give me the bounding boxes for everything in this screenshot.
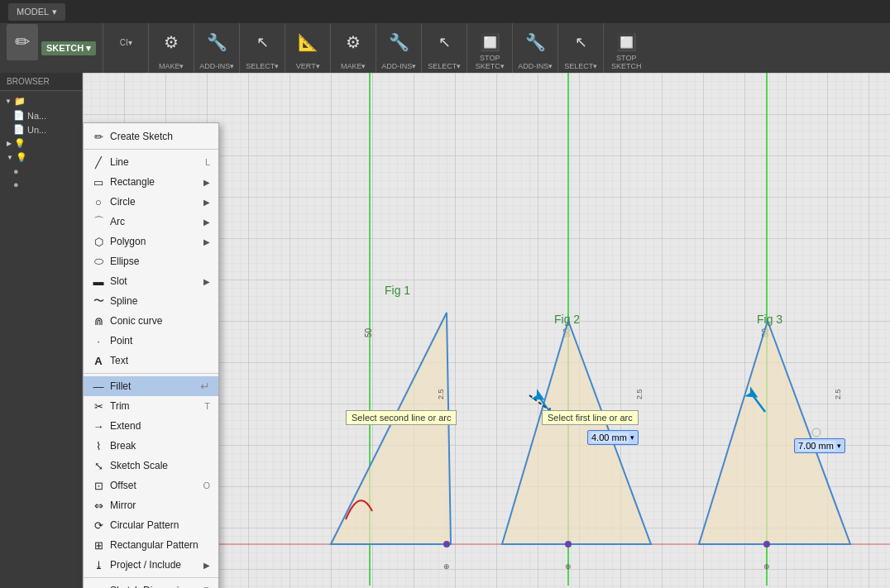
tree-item-sub2[interactable]: ▼ 💡: [0, 151, 82, 165]
dim-input-1[interactable]: ▾: [587, 430, 639, 445]
tree-light-icon-2: 💡: [16, 152, 27, 163]
menu-item-circular-pattern[interactable]: ⟳ Circular Pattern: [84, 515, 218, 535]
menu-item-project-include[interactable]: ⤓ Project / Include ▶: [84, 555, 218, 575]
svg-point-16: [565, 541, 572, 547]
ci-section: CI▾: [103, 23, 149, 73]
arc-arrow: ▶: [203, 218, 210, 227]
dim-input-1-field[interactable]: [591, 433, 629, 442]
tree-item-un[interactable]: 📄 Un...: [0, 122, 82, 136]
addins-btn-2[interactable]: 🔧: [383, 24, 414, 60]
menu-item-trim[interactable]: ✂ Trim T: [84, 396, 218, 416]
vert-btn[interactable]: 📐: [292, 24, 323, 60]
point-icon: ·: [92, 334, 105, 347]
spline-icon: 〜: [92, 294, 105, 308]
dim-input-2-dropdown[interactable]: ▾: [837, 442, 841, 450]
menu-item-circle[interactable]: ○ Circle ▶: [84, 192, 218, 212]
circle-arrow: ▶: [203, 198, 210, 207]
select-btn-2[interactable]: ↖: [428, 24, 460, 60]
menu-item-create-sketch[interactable]: ✏ Create Sketch: [84, 127, 218, 146]
tree-item-sub1[interactable]: ▶ 💡: [0, 136, 82, 151]
menu-item-point[interactable]: · Point: [84, 331, 218, 351]
tree-expand-icon: ▼: [5, 98, 12, 105]
tree-item-label-2: Un...: [27, 125, 46, 135]
menu-label-slot: Slot: [110, 275, 127, 287]
model-button[interactable]: MODEL ▾: [8, 3, 65, 21]
offset-shortcut: O: [203, 480, 210, 490]
menu-item-sketch-dimension[interactable]: ↔ Sketch Dimension D: [84, 581, 218, 588]
sketch-scale-icon: ⤡: [92, 459, 105, 472]
select-section-1: ↖ SELECT▾: [240, 23, 285, 73]
separator-3: [84, 577, 218, 578]
menu-item-rectangular-pattern[interactable]: ⊞ Rectangular Pattern: [84, 535, 218, 555]
ci-btn[interactable]: CI▾: [110, 24, 141, 60]
separator-2: [84, 373, 218, 374]
menu-item-sketch-scale[interactable]: ⤡ Sketch Scale: [84, 456, 218, 476]
dim-input-2-field[interactable]: [798, 441, 835, 451]
make-btn-2[interactable]: ⚙: [337, 24, 369, 60]
fig2-label: Fig 2: [554, 313, 580, 326]
menu-item-mirror[interactable]: ⇔ Mirror: [84, 495, 218, 515]
menu-label-polygon: Polygon: [110, 236, 146, 247]
select-icon-2: ↖: [438, 35, 451, 50]
menu-label-rectangular-pattern: Rectangular Pattern: [110, 539, 199, 551]
menu-item-ellipse[interactable]: ⬭ Ellipse: [84, 251, 218, 271]
menu-item-break[interactable]: ⌇ Break: [84, 436, 218, 456]
slot-icon: ▬: [92, 275, 105, 288]
sketch-tool-btn[interactable]: ✏: [7, 24, 38, 60]
menu-label-line: Line: [110, 156, 129, 168]
menu-item-text[interactable]: A Text: [84, 351, 218, 370]
menu-item-arc[interactable]: ⌒ Arc ▶: [84, 212, 218, 232]
make-btn-1[interactable]: ⚙: [156, 24, 187, 60]
model-bar: MODEL ▾: [0, 0, 890, 23]
menu-label-mirror: Mirror: [110, 500, 136, 511]
line-shortcut: L: [205, 157, 210, 167]
menu-item-slot[interactable]: ▬ Slot ▶: [84, 271, 218, 291]
dim-input-2[interactable]: ▾: [794, 438, 845, 453]
menu-item-line[interactable]: ╱ Line L: [84, 152, 218, 172]
menu-item-polygon[interactable]: ⬡ Polygon ▶: [84, 232, 218, 251]
vert-section: 📐 VERT▾: [285, 23, 331, 73]
menu-item-spline[interactable]: 〜 Spline: [84, 291, 218, 311]
addins-btn-3[interactable]: 🔧: [519, 24, 551, 60]
menu-label-create-sketch: Create Sketch: [110, 131, 173, 142]
separator-1: [84, 149, 218, 150]
text-menu-icon: A: [92, 354, 105, 367]
menu-label-ellipse: Ellipse: [110, 256, 139, 267]
dim-input-1-dropdown[interactable]: ▾: [630, 433, 634, 442]
menu-item-extend[interactable]: → Extend: [84, 416, 218, 436]
break-icon: ⌇: [92, 439, 105, 452]
menu-label-arc: Arc: [110, 216, 125, 227]
tree-item-na[interactable]: 📄 Na...: [0, 108, 82, 122]
addins-btn-1[interactable]: 🔧: [201, 24, 232, 60]
addins-section-3: 🔧 ADD-INS▾: [513, 23, 558, 73]
menu-item-rectangle[interactable]: ▭ Rectangle ▶: [84, 172, 218, 192]
menu-label-text: Text: [110, 355, 128, 366]
menu-label-extend: Extend: [110, 420, 141, 432]
tree-item-sub3[interactable]: ●: [0, 165, 82, 178]
menu-label-sketch-dimension: Sketch Dimension: [110, 585, 190, 588]
top-toolbar: ✏ SKETCH ▾ CI▾ ⚙ MAKE▾ 🔧 ADD-INS▾ ↖ SELE…: [0, 23, 890, 73]
menu-label-point: Point: [110, 335, 132, 347]
tooltip-select-second: Select second line or arc: [346, 410, 457, 425]
tree-item-sub4[interactable]: ●: [0, 178, 82, 191]
tree-item-label: Na...: [27, 111, 46, 121]
select-btn-3[interactable]: ↖: [565, 24, 596, 60]
sketch-label[interactable]: SKETCH ▾: [41, 41, 96, 55]
sidebar: BROWSER ▼ 📁 📄 Na... 📄 Un... ▶ 💡 ▼ 💡: [0, 73, 83, 588]
stop-sketch-section-1: 🔲 STOP SKETC▾: [467, 23, 513, 73]
addins-icon-1: 🔧: [207, 34, 227, 50]
select-section-3: ↖ SELECT▾: [558, 23, 604, 73]
vert-icon: 📐: [298, 34, 318, 50]
addins-icon-2: 🔧: [389, 34, 409, 50]
menu-item-conic-curve[interactable]: ⋒ Conic curve: [84, 311, 218, 331]
make-section-2: ⚙ MAKE▾: [331, 23, 376, 73]
project-include-arrow: ▶: [203, 561, 210, 570]
menu-item-offset[interactable]: ⊡ Offset O: [84, 476, 218, 495]
model-dropdown-icon: ▾: [52, 7, 57, 17]
tree-item-root[interactable]: ▼ 📁: [0, 94, 82, 108]
line-icon: ╱: [92, 155, 105, 169]
tree-expand-icon-3: ▼: [7, 154, 13, 161]
menu-item-fillet[interactable]: — Fillet ↵: [84, 376, 218, 396]
select-btn-1[interactable]: ↖: [246, 24, 278, 60]
select-section-2: ↖ SELECT▾: [422, 23, 467, 73]
